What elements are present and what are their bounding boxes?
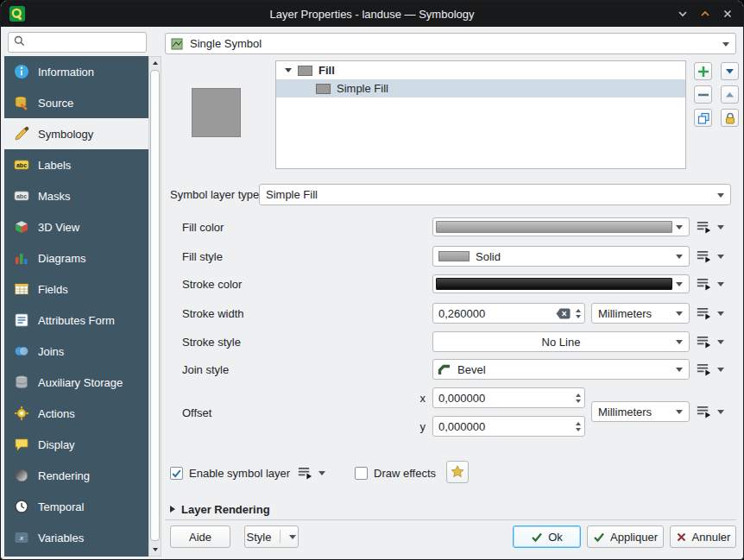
titlebar[interactable]: Layer Properties - landuse — Symbology <box>1 1 743 27</box>
chevron-down-icon <box>676 311 683 316</box>
button-divider <box>280 530 281 544</box>
sidebar-item-source[interactable]: Source <box>4 87 148 118</box>
spin-buttons[interactable] <box>571 304 584 323</box>
chevron-down-icon <box>676 225 683 230</box>
check-icon <box>531 532 543 543</box>
move-up-button[interactable] <box>721 85 739 104</box>
fill-color-button[interactable] <box>432 217 690 236</box>
lock-colors-button[interactable] <box>721 109 739 127</box>
sidebar-scrollbar[interactable] <box>148 56 161 557</box>
data-defined-override-icon <box>695 276 711 292</box>
stroke-color-swatch <box>436 278 672 290</box>
sidebar-item-attributes-form[interactable]: Attributes Form <box>4 305 148 336</box>
stroke-style-override-button[interactable] <box>695 331 724 352</box>
renderer-type-combo[interactable]: Single Symbol <box>165 33 736 54</box>
tree-item-fill[interactable]: Fill <box>276 61 685 79</box>
sidebar-item-display[interactable]: Display <box>4 429 148 460</box>
sidebar-item-label: Auxiliary Storage <box>38 376 123 389</box>
maximize-window-icon[interactable] <box>698 7 712 21</box>
layer-rendering-section[interactable]: Layer Rendering <box>170 501 270 517</box>
sidebar-item-label: Source <box>38 97 73 110</box>
window-controls <box>676 7 735 21</box>
chevron-down-icon <box>289 535 296 539</box>
sidebar-item-auxiliary-storage[interactable]: Auxiliary Storage <box>4 367 148 398</box>
help-button[interactable]: Aide <box>170 525 230 548</box>
fill-color-override-button[interactable] <box>695 217 724 237</box>
enable-symbol-layer-row: Enable symbol layer <box>170 464 290 481</box>
offset-x-spinbox[interactable] <box>432 387 585 408</box>
masks-icon: abc <box>13 188 30 204</box>
join-style-override-button[interactable] <box>695 359 724 380</box>
expander-icon[interactable] <box>285 68 292 72</box>
stroke-width-spinbox[interactable] <box>432 303 585 324</box>
shade-window-icon[interactable] <box>676 7 690 21</box>
actions-icon <box>13 406 30 421</box>
stroke-color-button[interactable] <box>432 274 690 293</box>
sidebar-item-labels[interactable]: abc Labels <box>4 149 148 180</box>
sidebar-search-input[interactable] <box>8 32 147 53</box>
stroke-width-unit-value: Millimeters <box>598 307 652 320</box>
add-symbol-layer-button[interactable] <box>694 62 712 80</box>
sidebar-item-joins[interactable]: Joins <box>4 336 148 367</box>
sidebar-item-information[interactable]: Information <box>4 56 148 87</box>
stroke-width-unit-combo[interactable]: Millimeters <box>591 303 690 324</box>
stroke-width-override-button[interactable] <box>695 303 724 324</box>
enable-symbol-layer-label: Enable symbol layer <box>189 467 290 480</box>
offset-override-button[interactable] <box>695 401 724 422</box>
sidebar-item-temporal[interactable]: Temporal <box>4 491 148 522</box>
sidebar-item-diagrams[interactable]: Diagrams <box>4 242 148 274</box>
tree-item-simple-fill[interactable]: Simple Fill <box>276 79 685 98</box>
scroll-down-icon[interactable] <box>149 544 161 556</box>
stroke-width-input[interactable] <box>433 307 556 320</box>
symbol-layers-tree: Fill Simple Fill <box>275 60 686 169</box>
chevron-down-icon <box>676 255 683 259</box>
rendering-icon <box>13 468 30 483</box>
sidebar: Information Source Symbology abc Labels … <box>4 56 148 557</box>
layer-properties-dialog: Layer Properties - landuse — Symbology I… <box>0 0 744 560</box>
labels-icon: abc <box>13 157 30 173</box>
close-window-icon[interactable] <box>721 7 735 21</box>
sidebar-item-actions[interactable]: Actions <box>4 398 148 429</box>
style-menu-button[interactable]: Style <box>244 525 299 548</box>
chevron-down-icon <box>717 340 724 344</box>
sidebar-item-3d-view[interactable]: 3D View <box>4 211 148 242</box>
scroll-up-icon[interactable] <box>149 57 161 69</box>
clear-value-icon[interactable] <box>556 308 571 319</box>
offset-x-input[interactable] <box>433 392 571 405</box>
draw-effects-checkbox[interactable] <box>355 467 368 480</box>
sidebar-item-rendering[interactable]: Rendering <box>4 460 148 491</box>
sidebar-item-label: Fields <box>38 283 68 296</box>
fill-style-combo[interactable]: Solid <box>432 246 690 267</box>
sidebar-item-label: Masks <box>38 190 71 203</box>
offset-y-spinbox[interactable] <box>432 416 585 437</box>
enable-symbol-layer-override-button[interactable] <box>296 462 325 483</box>
temporal-icon <box>13 499 30 514</box>
enable-symbol-layer-checkbox[interactable] <box>170 467 183 480</box>
move-down-button[interactable] <box>721 62 739 80</box>
apply-button[interactable]: Appliquer <box>587 525 664 548</box>
x-icon <box>676 532 687 543</box>
join-style-combo[interactable]: Bevel <box>432 359 690 380</box>
duplicate-symbol-layer-button[interactable] <box>694 109 712 127</box>
information-icon <box>13 64 30 79</box>
stroke-color-override-button[interactable] <box>695 274 724 294</box>
spin-buttons[interactable] <box>571 417 584 436</box>
offset-unit-combo[interactable]: Millimeters <box>591 401 690 422</box>
chevron-down-icon <box>717 311 724 316</box>
ok-button[interactable]: Ok <box>513 525 581 548</box>
sidebar-item-fields[interactable]: Fields <box>4 274 148 305</box>
stroke-style-combo[interactable]: No Line <box>432 331 690 352</box>
symbol-layer-type-combo[interactable]: Simple Fill <box>259 184 731 205</box>
collapsed-arrow-icon <box>170 506 175 513</box>
customize-effects-button[interactable] <box>446 461 469 483</box>
offset-y-input[interactable] <box>433 420 571 433</box>
sidebar-item-masks[interactable]: abc Masks <box>4 180 148 211</box>
sidebar-item-symbology[interactable]: Symbology <box>4 118 148 149</box>
cancel-button[interactable]: Annuler <box>670 525 736 548</box>
sidebar-item-variables[interactable]: x Variables <box>4 522 148 553</box>
spin-buttons[interactable] <box>571 388 584 407</box>
renderer-type-value: Single Symbol <box>190 37 262 50</box>
fill-style-override-button[interactable] <box>695 246 724 267</box>
scrollbar-thumb[interactable] <box>150 70 160 541</box>
remove-symbol-layer-button[interactable] <box>694 85 712 104</box>
